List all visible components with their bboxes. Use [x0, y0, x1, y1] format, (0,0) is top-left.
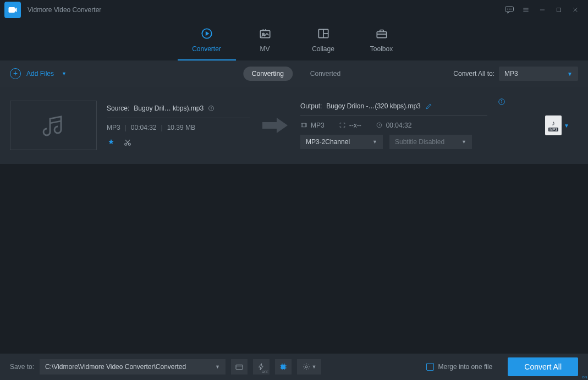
svg-rect-19: [377, 32, 386, 38]
svg-rect-29: [301, 123, 307, 127]
subtitle-value: Subtitle Disabled: [395, 138, 444, 146]
source-duration: 00:04:32: [131, 124, 157, 131]
gpu-accel-state: ON: [582, 376, 587, 379]
add-files-label: Add Files: [26, 70, 54, 78]
svg-point-24: [211, 107, 212, 107]
info-icon[interactable]: [208, 105, 215, 112]
source-filename: Bugoy Dril… kbps).mp3: [134, 104, 204, 112]
convert-all-to-label: Convert All to:: [453, 70, 494, 78]
toolbar: Add Files ▼ Converting Converted Convert…: [0, 60, 588, 87]
cut-icon[interactable]: [123, 138, 132, 147]
nav-collage[interactable]: Collage: [294, 25, 353, 60]
enhance-icon[interactable]: [107, 138, 116, 147]
source-size: 10.39 MB: [167, 124, 195, 131]
chevron-down-icon: ▼: [461, 139, 466, 145]
svg-rect-36: [236, 365, 243, 370]
source-meta: MP3 | 00:04:32 | 10.39 MB: [107, 124, 250, 131]
gpu-accel-toggle[interactable]: ON: [275, 359, 292, 375]
note-icon: ♪: [552, 119, 555, 127]
output-format-badge: ♪ MP3 ▼: [545, 115, 569, 135]
divider: [300, 115, 487, 116]
toolbox-icon: [375, 25, 389, 42]
svg-line-21: [50, 121, 61, 123]
nav-label: MV: [260, 45, 270, 53]
feedback-icon[interactable]: [501, 2, 518, 18]
chevron-down-icon: ▼: [567, 71, 573, 77]
video-icon: [300, 122, 307, 129]
resolution-icon: [339, 122, 346, 129]
merge-checkbox[interactable]: Merge into one file: [426, 363, 493, 371]
convert-all-format-value: MP3: [504, 70, 518, 78]
svg-point-4: [510, 8, 511, 9]
svg-point-3: [509, 8, 509, 9]
minimize-button[interactable]: [534, 2, 551, 18]
edit-icon[interactable]: [425, 102, 433, 110]
nav-converter[interactable]: Converter: [178, 25, 236, 60]
svg-marker-13: [205, 31, 209, 36]
menu-icon[interactable]: [518, 2, 534, 18]
nav-label: Collage: [312, 45, 334, 53]
output-format-button[interactable]: ♪ MP3: [545, 115, 562, 135]
save-path-value: C:\Vidmore\Vidmore Video Converter\Conve…: [45, 363, 186, 371]
file-item: Source: Bugoy Dril… kbps).mp3 MP3 | 00:0…: [0, 87, 588, 164]
settings-button[interactable]: ▼: [297, 359, 321, 375]
chevron-down-icon: ▼: [215, 364, 220, 370]
file-thumbnail[interactable]: [10, 101, 97, 150]
output-duration: 00:04:32: [386, 122, 412, 129]
svg-point-35: [502, 100, 502, 101]
tab-converting[interactable]: Converting: [243, 67, 293, 81]
output-resolution: --x--: [349, 122, 361, 129]
collage-icon: [316, 25, 331, 42]
svg-rect-0: [9, 7, 15, 13]
divider: [107, 118, 250, 118]
convert-all-button[interactable]: Convert All: [508, 357, 578, 376]
open-folder-button[interactable]: [231, 359, 248, 375]
converter-icon: [200, 25, 214, 42]
svg-rect-9: [557, 8, 561, 12]
output-filename: Bugoy Drilon -…(320 kbps).mp3: [326, 102, 420, 110]
high-speed-toggle[interactable]: OFF: [253, 359, 270, 375]
audio-track-value: MP3-2Channel: [306, 138, 350, 146]
nav-mv[interactable]: MV: [236, 25, 294, 60]
main-nav: Converter MV Collage Toolbox: [0, 19, 588, 60]
file-list: Source: Bugoy Dril… kbps).mp3 MP3 | 00:0…: [0, 87, 588, 354]
tab-converted[interactable]: Converted: [306, 67, 345, 81]
checkbox-icon: [426, 363, 434, 371]
chevron-down-icon[interactable]: ▼: [62, 71, 67, 76]
music-note-icon: [40, 112, 67, 139]
mv-icon: [258, 25, 272, 42]
bottom-bar: Save to: C:\Vidmore\Vidmore Video Conver…: [0, 354, 588, 380]
save-path-select[interactable]: C:\Vidmore\Vidmore Video Converter\Conve…: [40, 359, 226, 375]
plus-icon: [10, 68, 21, 79]
merge-label: Merge into one file: [438, 363, 493, 371]
output-info-icon[interactable]: [498, 98, 505, 106]
source-label: Source:: [107, 104, 129, 112]
svg-point-2: [507, 8, 508, 9]
audio-track-select[interactable]: MP3-2Channel ▼: [300, 135, 383, 149]
file-output-panel: Output: Bugoy Drilon -…(320 kbps).mp3 MP…: [300, 102, 487, 149]
app-title: Vidmore Video Converter: [28, 6, 101, 14]
nav-label: Toolbox: [370, 45, 393, 53]
add-files-button[interactable]: Add Files ▼: [10, 68, 67, 79]
chevron-down-icon: ▼: [372, 139, 377, 145]
convert-all-format-select[interactable]: MP3 ▼: [499, 67, 578, 81]
chevron-down-icon[interactable]: ▼: [564, 123, 569, 129]
subtitle-select[interactable]: Subtitle Disabled ▼: [389, 135, 472, 149]
nav-toolbox[interactable]: Toolbox: [353, 25, 411, 60]
clock-icon: [376, 122, 383, 129]
close-button[interactable]: [567, 2, 584, 18]
chevron-down-icon: ▼: [312, 364, 317, 370]
output-label: Output:: [300, 102, 322, 110]
svg-point-46: [305, 366, 307, 368]
svg-rect-37: [281, 365, 285, 369]
arrow-icon: [260, 117, 290, 134]
nav-label: Converter: [192, 45, 221, 53]
high-speed-state: OFF: [262, 370, 268, 373]
file-source-panel: Source: Bugoy Dril… kbps).mp3 MP3 | 00:0…: [107, 104, 250, 147]
maximize-button[interactable]: [551, 2, 567, 18]
app-logo: [4, 2, 21, 18]
output-badge-format: MP3: [548, 128, 558, 131]
output-format: MP3: [311, 122, 325, 129]
save-to-label: Save to:: [10, 363, 34, 371]
titlebar: Vidmore Video Converter: [0, 0, 588, 19]
